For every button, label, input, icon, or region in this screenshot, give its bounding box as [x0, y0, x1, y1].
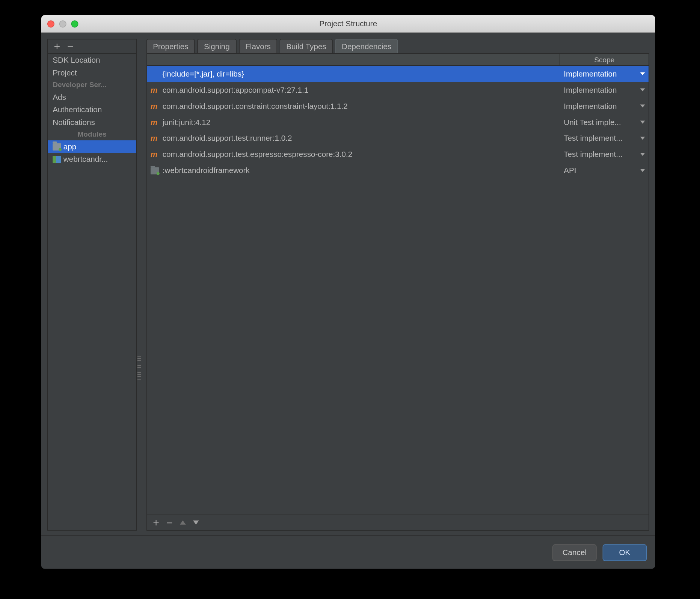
sidebar-item-label: Ads	[53, 93, 66, 102]
dependency-name: com.android.support.constraint:constrain…	[163, 102, 348, 111]
minimize-icon	[59, 20, 66, 27]
sidebar-item-label: SDK Location	[53, 56, 100, 65]
dependency-name: com.android.support:appcompat-v7:27.1.1	[163, 86, 308, 95]
sidebar-item-label: Project	[53, 68, 77, 77]
sidebar-item-ads[interactable]: Ads	[48, 91, 136, 103]
titlebar[interactable]: Project Structure	[41, 15, 655, 33]
ok-button[interactable]: OK	[603, 544, 647, 561]
table-row[interactable]: mcom.android.support.constraint:constrai…	[147, 98, 649, 114]
chevron-down-icon	[640, 89, 645, 92]
tab-signing[interactable]: Signing	[197, 39, 236, 53]
sidebar: + − SDK LocationProjectDeveloper Ser...A…	[47, 39, 137, 531]
table-row[interactable]: mcom.android.support:appcompat-v7:27.1.1…	[147, 82, 649, 98]
cancel-button[interactable]: Cancel	[552, 544, 597, 561]
chevron-down-icon	[640, 105, 645, 108]
dependency-name: :webrtcandroidframework	[163, 166, 250, 175]
sidebar-item-sdk-location[interactable]: SDK Location	[48, 54, 136, 66]
scope-label: Implementation	[564, 69, 617, 78]
tab-dependencies[interactable]: Dependencies	[335, 39, 398, 53]
folder-icon	[151, 167, 159, 174]
sidebar-item-label: Authentication	[53, 105, 102, 114]
sidebar-item-modules: Modules	[48, 128, 136, 140]
column-header-scope[interactable]: Scope	[560, 54, 649, 65]
table-row[interactable]: mcom.android.support.test.espresso:espre…	[147, 146, 649, 163]
maven-icon: m	[151, 150, 159, 159]
move-down-icon[interactable]	[193, 521, 199, 525]
scope-dropdown[interactable]: Implementation	[560, 102, 649, 111]
tab-properties[interactable]: Properties	[146, 39, 195, 53]
scope-label: Test implement...	[564, 134, 622, 143]
dependency-name: {include=[*.jar], dir=libs}	[163, 69, 244, 78]
maven-icon: m	[151, 117, 159, 126]
scope-label: Implementation	[564, 102, 617, 111]
sidebar-item-label: Modules	[77, 130, 106, 138]
table-row[interactable]: mcom.android.support.test:runner:1.0.2Te…	[147, 130, 649, 146]
sidebar-item-notifications[interactable]: Notifications	[48, 116, 136, 128]
scope-dropdown[interactable]: Unit Test imple...	[560, 117, 649, 126]
chevron-down-icon	[640, 153, 645, 156]
sidebar-item-project[interactable]: Project	[48, 66, 136, 79]
scope-dropdown[interactable]: API	[560, 166, 649, 175]
sidebar-item-webrtcandr-[interactable]: webrtcandr...	[48, 153, 136, 165]
chevron-down-icon	[640, 120, 645, 123]
dependencies-panel: Scope {include=[*.jar], dir=libs}Impleme…	[146, 53, 649, 531]
scope-label: Unit Test imple...	[564, 117, 621, 126]
chevron-down-icon	[640, 72, 645, 75]
sidebar-item-developer-ser-: Developer Ser...	[48, 79, 136, 91]
scope-dropdown[interactable]: Implementation	[560, 86, 649, 95]
project-structure-dialog: Project Structure + − SDK LocationProjec…	[41, 15, 655, 569]
move-up-icon	[180, 521, 186, 525]
resize-grip-icon[interactable]	[137, 356, 141, 380]
maven-icon: m	[151, 102, 159, 111]
module-icon	[53, 155, 61, 163]
maven-icon: m	[151, 134, 159, 143]
dependency-name: junit:junit:4.12	[163, 117, 211, 126]
sidebar-item-label: app	[63, 142, 77, 151]
column-header-name[interactable]	[147, 54, 560, 65]
table-row[interactable]: :webrtcandroidframeworkAPI	[147, 163, 649, 179]
window-title: Project Structure	[41, 19, 655, 28]
sidebar-item-app[interactable]: app	[48, 140, 136, 153]
tab-flavors[interactable]: Flavors	[239, 39, 278, 53]
maven-icon: m	[151, 86, 159, 95]
tabs: PropertiesSigningFlavorsBuild TypesDepen…	[146, 39, 649, 53]
scope-label: Implementation	[564, 86, 617, 95]
chevron-down-icon	[640, 169, 645, 172]
sidebar-item-label: webrtcandr...	[63, 155, 108, 164]
maximize-icon[interactable]	[71, 20, 78, 27]
scope-label: Test implement...	[564, 150, 622, 159]
chevron-down-icon	[640, 137, 645, 140]
folder-icon	[53, 143, 61, 150]
sidebar-item-label: Notifications	[53, 117, 95, 126]
scope-dropdown[interactable]: Test implement...	[560, 150, 649, 159]
dependency-name: com.android.support.test:runner:1.0.2	[163, 134, 292, 143]
tab-build-types[interactable]: Build Types	[280, 39, 333, 53]
scope-dropdown[interactable]: Test implement...	[560, 134, 649, 143]
table-row[interactable]: {include=[*.jar], dir=libs}Implementatio…	[147, 66, 649, 82]
dependency-name: com.android.support.test.espresso:espres…	[163, 150, 353, 159]
sidebar-item-authentication[interactable]: Authentication	[48, 103, 136, 116]
scope-dropdown[interactable]: Implementation	[560, 69, 649, 78]
scope-label: API	[564, 166, 576, 175]
table-row[interactable]: mjunit:junit:4.12Unit Test imple...	[147, 114, 649, 130]
sidebar-item-label: Developer Ser...	[53, 81, 106, 89]
close-icon[interactable]	[47, 20, 54, 27]
